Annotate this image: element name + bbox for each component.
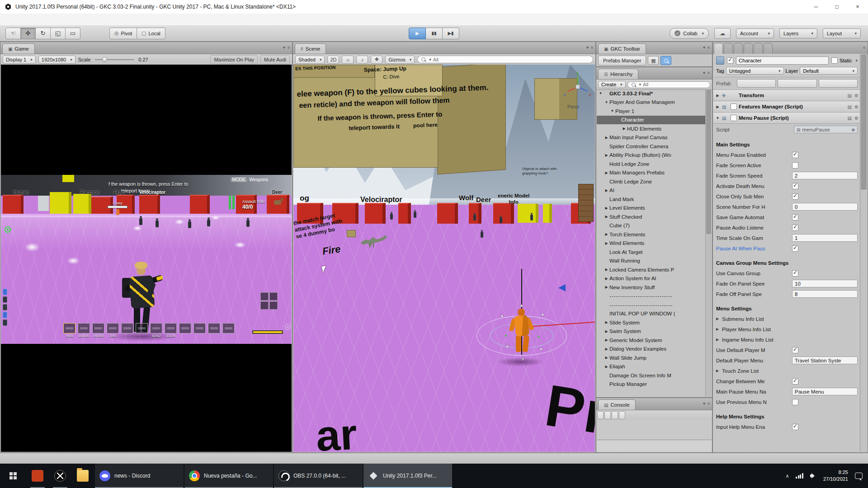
hierarchy-item[interactable]: ▶ HUD Elements — [597, 124, 706, 133]
hierarchy-item[interactable]: ▶ New Inventory Stuff — [597, 283, 706, 292]
layers-dropdown[interactable]: Layers▾ — [779, 28, 817, 38]
tool-button[interactable]: ◱ — [51, 28, 66, 39]
expand-arrow[interactable]: ▶ — [716, 327, 722, 331]
reference-icon[interactable]: ▤ — [848, 93, 852, 98]
gear-icon[interactable]: ⚙ — [854, 104, 859, 109]
hierarchy-item[interactable]: Wall Running — [597, 257, 706, 266]
expand-arrow[interactable]: ▶ — [604, 277, 609, 281]
hierarchy-item[interactable]: ▶ Ability Pickup (Button) (Wo — [597, 151, 706, 160]
inventory-slot[interactable] — [193, 323, 206, 333]
hierarchy-item[interactable]: ▶ Generic Model System — [597, 336, 706, 345]
object-picker-icon[interactable]: ◉ — [851, 127, 855, 132]
hierarchy-item[interactable]: Cube (7) — [597, 221, 706, 230]
scrollbar-thumb[interactable] — [706, 89, 711, 234]
taskbar-icon-powerpoint[interactable] — [26, 464, 49, 488]
property-field[interactable]: Travel Station Syste — [792, 357, 858, 364]
inventory-slot[interactable]: 13/26 — [165, 323, 177, 333]
tab-menu-icon[interactable]: ≡ — [708, 401, 710, 406]
2d-toggle[interactable]: 2D — [327, 56, 339, 64]
property-checkbox[interactable] — [792, 399, 798, 405]
property-checkbox[interactable] — [792, 183, 798, 189]
hierarchy-item[interactable]: ▶ Swim System — [597, 327, 706, 336]
hierarchy-item[interactable]: ▶ Torch Elements — [597, 230, 706, 239]
tag-dropdown[interactable]: Untagged▾ — [726, 67, 784, 75]
hierarchy-item[interactable]: ▶ Wind Elements — [597, 239, 706, 248]
hierarchy-item[interactable]: ▶ Main Managers Prefabs — [597, 169, 706, 178]
static-control[interactable]: Static ▾ — [831, 57, 858, 64]
property-field[interactable]: 2 — [792, 172, 858, 179]
prefab-button[interactable] — [737, 79, 776, 88]
gizmo-center[interactable] — [576, 84, 580, 89]
step-button[interactable]: ▶▮ — [443, 28, 459, 39]
volume-icon[interactable] — [810, 473, 816, 479]
component-header[interactable]: ▼ ▤ Menu Pause (Script) ▤⚙ — [713, 113, 860, 124]
component-header[interactable]: ▶ ▤ Features Manager (Script) ▤⚙ — [713, 101, 860, 113]
tab-scene[interactable]: # Scene — [295, 43, 326, 54]
scene-search-input[interactable]: ▾ All — [417, 56, 593, 63]
console-button[interactable] — [604, 411, 611, 419]
inspector-foldout-row[interactable]: ▶ Player Menu Info List — [713, 324, 860, 334]
expand-arrow[interactable]: ▶ — [604, 241, 609, 245]
tab-menu-icon[interactable]: ≡ — [708, 45, 710, 50]
mute-audio-button[interactable]: Mute Audi — [260, 55, 290, 64]
property-checkbox[interactable] — [792, 162, 798, 169]
expand-arrow[interactable]: ▶ — [604, 338, 609, 342]
property-checkbox[interactable] — [792, 152, 798, 158]
inventory-slot[interactable]: 40/0 — [63, 323, 75, 333]
property-field[interactable]: 8 — [792, 290, 858, 298]
hierarchy-item[interactable]: ▶ Locked Camera Elements P — [597, 265, 706, 274]
tab-dropdown-icon[interactable]: ▾ — [283, 45, 285, 50]
tab-dropdown-icon[interactable]: ▾ — [703, 45, 705, 50]
inventory-slot[interactable]: 10/100 — [78, 323, 90, 333]
expand-arrow[interactable]: ▶ — [604, 215, 609, 219]
hierarchy-item[interactable]: INITIAL POP UP WINDOW ( — [597, 310, 706, 319]
hierarchy-item[interactable]: Character — [597, 116, 706, 125]
component-header[interactable]: ▶ ✜ Transform ▤⚙ — [713, 90, 860, 101]
expand-arrow[interactable]: ▶ — [604, 347, 609, 351]
expand-arrow[interactable]: ▶ — [604, 320, 609, 324]
component-enabled-checkbox[interactable] — [731, 103, 737, 110]
property-checkbox[interactable] — [792, 225, 798, 231]
expand-arrow[interactable]: ▶ — [604, 206, 609, 210]
component-enabled-checkbox[interactable] — [731, 115, 737, 121]
expand-arrow[interactable]: ▶ — [604, 365, 609, 369]
tool-button[interactable]: ☜ — [5, 28, 21, 39]
start-button[interactable] — [0, 464, 26, 488]
tool-button[interactable]: ✜ — [21, 28, 36, 39]
property-field[interactable]: 1 — [792, 234, 858, 242]
hierarchy-search-input[interactable]: ▾ All — [627, 81, 710, 88]
inspector-tab[interactable] — [744, 43, 753, 54]
layer-dropdown[interactable]: Default▾ — [800, 67, 858, 75]
expand-arrow[interactable]: ▼ — [604, 100, 609, 104]
console-button[interactable] — [619, 411, 625, 419]
hierarchy-item[interactable]: ▶ Main Input Panel Canvas — [597, 133, 706, 142]
static-checkbox[interactable] — [831, 57, 838, 64]
hierarchy-item[interactable]: ▼ Player And Game Managem — [597, 98, 706, 107]
maximize-button[interactable]: □ — [826, 0, 847, 14]
hierarchy-item[interactable]: ▶ Action System for AI — [597, 274, 706, 283]
scale-slider[interactable] — [95, 59, 134, 60]
hierarchy-item[interactable]: Pickup Manager — [597, 380, 706, 389]
hierarchy-item[interactable]: ----------------------------- — [597, 292, 706, 301]
tab-menu-icon[interactable]: ≡ — [288, 45, 290, 50]
inventory-slot[interactable]: 42/42 — [150, 323, 162, 333]
hierarchy-item[interactable]: ▶ AI — [597, 186, 706, 195]
tab-gkc-toolbar[interactable]: ▣ GKC Toolbar — [598, 43, 646, 54]
scale-slider-knob[interactable] — [102, 57, 107, 62]
tab-hierarchy[interactable]: ☰ Hierarchy — [598, 69, 638, 79]
tab-dropdown-icon[interactable]: ▾ — [703, 401, 705, 406]
hierarchy-item[interactable]: Land Mark — [597, 195, 706, 204]
expand-arrow[interactable]: ▶ — [621, 127, 627, 131]
inspector-foldout-row[interactable]: ▶ Submenu Info List — [713, 314, 860, 324]
pivot-toggle-button[interactable]: ◎Pivot — [109, 28, 137, 39]
property-checkbox[interactable] — [792, 347, 798, 353]
taskbar-app[interactable]: Nueva pestaña - Go... — [184, 464, 273, 488]
prefab-button[interactable] — [778, 79, 816, 88]
hud-action-button[interactable] — [3, 296, 7, 303]
hud-action-button[interactable] — [3, 304, 7, 310]
reference-icon[interactable]: ▤ — [848, 104, 852, 109]
expand-arrow[interactable]: ▶ — [604, 285, 609, 289]
gear-icon[interactable]: ⚙ — [854, 93, 859, 98]
hierarchy-item[interactable]: Spider Controller Camera — [597, 142, 706, 151]
gkc-search-button[interactable] — [660, 56, 671, 65]
